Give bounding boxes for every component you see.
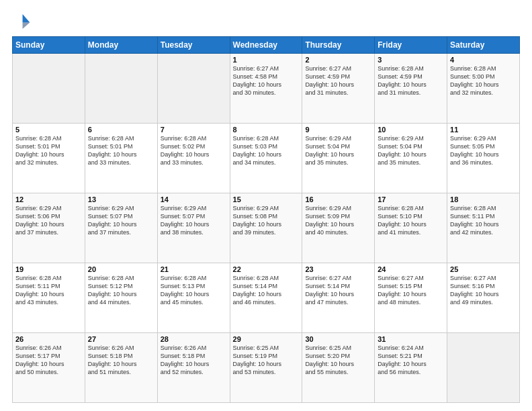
day-info: Sunrise: 6:28 AMSunset: 5:02 PMDaylight:…: [161, 134, 227, 167]
day-info: Sunrise: 6:28 AMSunset: 5:11 PMDaylight:…: [450, 204, 517, 237]
day-number: 24: [378, 265, 444, 273]
day-number: 9: [305, 126, 371, 134]
day-cell: 29Sunrise: 6:25 AMSunset: 5:19 PMDayligh…: [230, 333, 302, 403]
day-cell: [157, 54, 230, 124]
day-number: 17: [378, 195, 444, 203]
day-info: Sunrise: 6:29 AMSunset: 5:08 PMDaylight:…: [233, 204, 300, 237]
day-info: Sunrise: 6:27 AMSunset: 4:59 PMDaylight:…: [305, 64, 371, 97]
week-row-2: 12Sunrise: 6:29 AMSunset: 5:06 PMDayligh…: [13, 193, 520, 263]
day-number: 6: [88, 126, 154, 134]
day-info: Sunrise: 6:28 AMSunset: 5:14 PMDaylight:…: [233, 274, 300, 307]
day-number: 30: [305, 335, 371, 343]
header-day-wednesday: Wednesday: [230, 37, 302, 54]
day-cell: 14Sunrise: 6:29 AMSunset: 5:07 PMDayligh…: [157, 193, 230, 263]
day-cell: 27Sunrise: 6:26 AMSunset: 5:18 PMDayligh…: [85, 333, 157, 403]
day-info: Sunrise: 6:24 AMSunset: 5:21 PMDaylight:…: [378, 344, 444, 377]
logo-icon: [12, 12, 31, 31]
day-info: Sunrise: 6:25 AMSunset: 5:19 PMDaylight:…: [233, 344, 300, 377]
day-cell: 24Sunrise: 6:27 AMSunset: 5:15 PMDayligh…: [375, 263, 447, 333]
day-number: 5: [15, 126, 82, 134]
day-cell: 12Sunrise: 6:29 AMSunset: 5:06 PMDayligh…: [13, 193, 85, 263]
day-cell: 3Sunrise: 6:28 AMSunset: 4:59 PMDaylight…: [375, 54, 447, 124]
header: [12, 12, 520, 31]
day-cell: 8Sunrise: 6:28 AMSunset: 5:03 PMDaylight…: [230, 124, 302, 193]
day-info: Sunrise: 6:26 AMSunset: 5:17 PMDaylight:…: [15, 344, 82, 377]
day-cell: 1Sunrise: 6:27 AMSunset: 4:58 PMDaylight…: [230, 54, 302, 124]
header-day-monday: Monday: [85, 37, 157, 54]
day-number: 7: [161, 126, 227, 134]
day-number: 23: [305, 265, 371, 273]
day-number: 28: [161, 335, 227, 343]
day-info: Sunrise: 6:25 AMSunset: 5:20 PMDaylight:…: [305, 344, 371, 377]
day-info: Sunrise: 6:29 AMSunset: 5:07 PMDaylight:…: [88, 204, 154, 237]
day-info: Sunrise: 6:28 AMSunset: 5:13 PMDaylight:…: [161, 274, 227, 307]
day-cell: 15Sunrise: 6:29 AMSunset: 5:08 PMDayligh…: [230, 193, 302, 263]
day-number: 2: [305, 56, 371, 64]
day-info: Sunrise: 6:27 AMSunset: 5:16 PMDaylight:…: [450, 274, 517, 307]
day-cell: [447, 333, 520, 403]
header-row: SundayMondayTuesdayWednesdayThursdayFrid…: [13, 37, 520, 54]
day-number: 16: [305, 195, 371, 203]
day-cell: 28Sunrise: 6:26 AMSunset: 5:18 PMDayligh…: [157, 333, 230, 403]
day-info: Sunrise: 6:28 AMSunset: 5:01 PMDaylight:…: [88, 134, 154, 167]
header-day-sunday: Sunday: [13, 37, 85, 54]
day-number: 15: [233, 195, 300, 203]
day-cell: 7Sunrise: 6:28 AMSunset: 5:02 PMDaylight…: [157, 124, 230, 193]
week-row-3: 19Sunrise: 6:28 AMSunset: 5:11 PMDayligh…: [13, 263, 520, 333]
day-info: Sunrise: 6:26 AMSunset: 5:18 PMDaylight:…: [161, 344, 227, 377]
day-info: Sunrise: 6:28 AMSunset: 4:59 PMDaylight:…: [378, 64, 444, 97]
day-info: Sunrise: 6:29 AMSunset: 5:07 PMDaylight:…: [161, 204, 227, 237]
day-cell: 17Sunrise: 6:28 AMSunset: 5:10 PMDayligh…: [375, 193, 447, 263]
calendar-body: 1Sunrise: 6:27 AMSunset: 4:58 PMDaylight…: [13, 54, 520, 403]
day-cell: 16Sunrise: 6:29 AMSunset: 5:09 PMDayligh…: [302, 193, 375, 263]
calendar-header: SundayMondayTuesdayWednesdayThursdayFrid…: [13, 37, 520, 54]
day-info: Sunrise: 6:26 AMSunset: 5:18 PMDaylight:…: [88, 344, 154, 377]
svg-rect-2: [13, 14, 23, 29]
day-number: 11: [450, 126, 517, 134]
day-cell: 6Sunrise: 6:28 AMSunset: 5:01 PMDaylight…: [85, 124, 157, 193]
day-info: Sunrise: 6:29 AMSunset: 5:05 PMDaylight:…: [450, 134, 517, 167]
day-number: 18: [450, 195, 517, 203]
day-number: 8: [233, 126, 300, 134]
day-number: 10: [378, 126, 444, 134]
header-day-saturday: Saturday: [447, 37, 520, 54]
day-info: Sunrise: 6:28 AMSunset: 5:12 PMDaylight:…: [88, 274, 154, 307]
day-info: Sunrise: 6:28 AMSunset: 5:10 PMDaylight:…: [378, 204, 444, 237]
day-number: 21: [161, 265, 227, 273]
day-cell: 2Sunrise: 6:27 AMSunset: 4:59 PMDaylight…: [302, 54, 375, 124]
svg-marker-1: [23, 23, 30, 29]
day-number: 29: [233, 335, 300, 343]
day-cell: 23Sunrise: 6:27 AMSunset: 5:14 PMDayligh…: [302, 263, 375, 333]
day-info: Sunrise: 6:28 AMSunset: 5:01 PMDaylight:…: [15, 134, 82, 167]
header-day-friday: Friday: [375, 37, 447, 54]
week-row-0: 1Sunrise: 6:27 AMSunset: 4:58 PMDaylight…: [13, 54, 520, 124]
day-number: 26: [15, 335, 82, 343]
day-number: 1: [233, 56, 300, 64]
day-cell: 9Sunrise: 6:29 AMSunset: 5:04 PMDaylight…: [302, 124, 375, 193]
day-info: Sunrise: 6:29 AMSunset: 5:04 PMDaylight:…: [305, 134, 371, 167]
day-cell: 30Sunrise: 6:25 AMSunset: 5:20 PMDayligh…: [302, 333, 375, 403]
day-number: 19: [15, 265, 82, 273]
day-cell: 31Sunrise: 6:24 AMSunset: 5:21 PMDayligh…: [375, 333, 447, 403]
day-info: Sunrise: 6:29 AMSunset: 5:09 PMDaylight:…: [305, 204, 371, 237]
day-info: Sunrise: 6:29 AMSunset: 5:04 PMDaylight:…: [378, 134, 444, 167]
week-row-4: 26Sunrise: 6:26 AMSunset: 5:17 PMDayligh…: [13, 333, 520, 403]
day-info: Sunrise: 6:29 AMSunset: 5:06 PMDaylight:…: [15, 204, 82, 237]
page: SundayMondayTuesdayWednesdayThursdayFrid…: [0, 0, 532, 411]
day-cell: 13Sunrise: 6:29 AMSunset: 5:07 PMDayligh…: [85, 193, 157, 263]
day-cell: 25Sunrise: 6:27 AMSunset: 5:16 PMDayligh…: [447, 263, 520, 333]
day-info: Sunrise: 6:27 AMSunset: 4:58 PMDaylight:…: [233, 64, 300, 97]
day-number: 3: [378, 56, 444, 64]
day-cell: 5Sunrise: 6:28 AMSunset: 5:01 PMDaylight…: [13, 124, 85, 193]
header-day-thursday: Thursday: [302, 37, 375, 54]
day-cell: 11Sunrise: 6:29 AMSunset: 5:05 PMDayligh…: [447, 124, 520, 193]
day-info: Sunrise: 6:28 AMSunset: 5:00 PMDaylight:…: [450, 64, 517, 97]
day-cell: 18Sunrise: 6:28 AMSunset: 5:11 PMDayligh…: [447, 193, 520, 263]
calendar-table: SundayMondayTuesdayWednesdayThursdayFrid…: [12, 36, 520, 403]
day-number: 20: [88, 265, 154, 273]
day-cell: 26Sunrise: 6:26 AMSunset: 5:17 PMDayligh…: [13, 333, 85, 403]
day-cell: 4Sunrise: 6:28 AMSunset: 5:00 PMDaylight…: [447, 54, 520, 124]
day-number: 27: [88, 335, 154, 343]
day-cell: [85, 54, 157, 124]
week-row-1: 5Sunrise: 6:28 AMSunset: 5:01 PMDaylight…: [13, 124, 520, 193]
